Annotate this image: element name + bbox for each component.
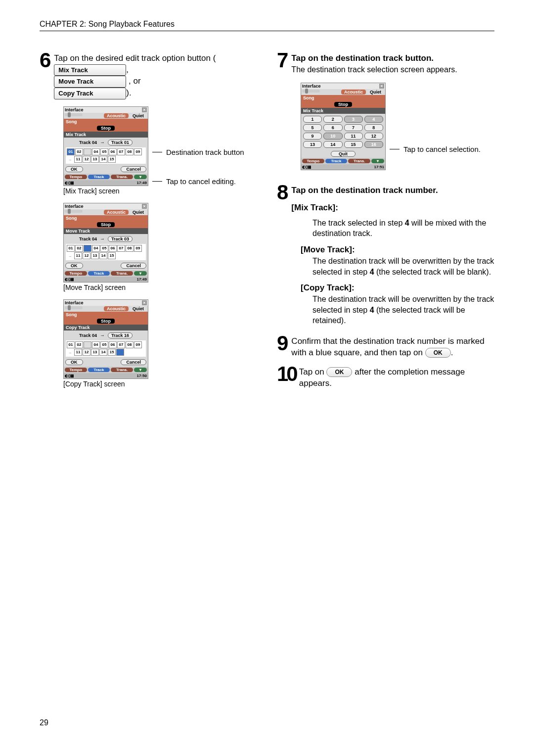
ok-button-inline[interactable]: OK [326, 367, 352, 377]
step10-text-a: Tap on [299, 367, 327, 377]
step-6-text: Tap on the desired edit track option but… [54, 51, 257, 99]
annotation-dest: Destination track button [166, 148, 244, 156]
stop-button[interactable]: Stop [97, 126, 115, 131]
status-time: 17:49 [137, 181, 147, 185]
close-icon[interactable]: × [142, 300, 147, 305]
tab-quiet[interactable]: Quiet [130, 113, 147, 118]
copy-track-heading: [Copy Track]: [301, 283, 494, 293]
step-number-10: 10 [277, 365, 296, 383]
annotation-cancel-edit: Tap to cancel editing. [166, 177, 236, 186]
destination-track-button[interactable]: Track 03 [108, 236, 133, 242]
ok-button-inline[interactable]: OK [425, 348, 451, 358]
step-10: 10 Tap on OK after the completion messag… [277, 365, 494, 389]
move-track-screen: Interface× AcousticQuiet Song Stop Move … [63, 203, 148, 283]
mix-track-screen: Interface × Acoustic Quiet Song Stop Mix… [63, 106, 148, 186]
sep2: , or [129, 77, 141, 86]
track-number-grid: 0102040506070809_ 1112131415 [66, 147, 146, 164]
copy-track-button[interactable]: Copy Track [54, 88, 126, 99]
move-track-heading: [Move Track]: [301, 245, 494, 255]
cancel-button[interactable]: Cancel [121, 166, 146, 172]
mix-caption: [Mix Track] screen [63, 187, 257, 195]
step-7: 7 Tap on the destination track button. T… [277, 51, 494, 76]
step-number-9: 9 [277, 334, 288, 353]
destination-select-screen: Interface× AcousticQuiet Song Stop Mix T… [301, 83, 386, 170]
step-8: 8 Tap on the destination track number. [… [277, 183, 494, 214]
trans-button[interactable]: Trans. [111, 175, 133, 179]
right-column: 7 Tap on the destination track button. T… [277, 51, 494, 396]
mix-track-heading: [Mix Track]: [291, 202, 494, 214]
copy-track-screen: Interface× AcousticQuiet Song Stop Copy … [63, 299, 148, 379]
copy-caption: [Copy Track] screen [63, 380, 257, 388]
mix-track-para: The track selected in step 4 will be mix… [312, 218, 494, 239]
step6-text-a: Tap on the desired edit track option but… [54, 53, 216, 63]
step-number-7: 7 [277, 51, 288, 70]
tab-acoustic[interactable]: Acoustic [104, 113, 129, 118]
destination-track-button[interactable]: Track 01 [108, 140, 133, 145]
left-column: 6 Tap on the desired edit track option b… [40, 51, 257, 396]
song-row: Song [64, 119, 148, 125]
step7-text: Tap on the destination track button. [291, 53, 434, 63]
sep1: , [126, 65, 129, 74]
close-icon[interactable]: × [379, 84, 384, 89]
mini-slider[interactable] [65, 113, 83, 116]
page-number: 29 [40, 718, 48, 727]
sep3: ). [126, 88, 131, 97]
step9-text-b: . [451, 348, 453, 357]
track-button[interactable]: Track [88, 175, 110, 179]
mix-track-button[interactable]: Mix Track [54, 64, 126, 76]
step-6: 6 Tap on the desired edit track option b… [40, 51, 257, 99]
close-icon[interactable]: × [142, 204, 147, 209]
annotation-cancel-sel: Tap to cancel selection. [403, 145, 481, 153]
step7-sub: The destination track selection screen a… [291, 65, 457, 74]
move-track-button[interactable]: Move Track [54, 76, 126, 88]
source-track: Track 04 [79, 140, 97, 145]
destination-track-button[interactable]: Track 16 [108, 332, 133, 338]
step9-text-a: Confirm that the destination track numbe… [291, 336, 484, 357]
tempo-button[interactable]: Tempo [65, 175, 87, 179]
copy-track-para: The destination track will be overwritte… [312, 294, 494, 326]
move-caption: [Move Track] screen [63, 284, 257, 291]
section-label: Mix Track [64, 132, 148, 138]
quit-button[interactable]: Quit [331, 151, 356, 157]
mini-title: Interface [65, 107, 84, 112]
step8-text: Tap on the destination track number. [291, 186, 438, 195]
step-number-6: 6 [40, 51, 51, 70]
ok-button[interactable]: OK [65, 166, 83, 172]
step-number-8: 8 [277, 183, 288, 202]
close-icon[interactable]: × [142, 107, 147, 112]
destination-grid: 1234 5678 9101112 13141516 [301, 114, 385, 150]
step-9: 9 Confirm that the destination track num… [277, 334, 494, 359]
chapter-header: CHAPTER 2: Song Playback Features [40, 20, 494, 31]
move-track-para: The destination track will be overwritte… [312, 256, 494, 277]
menu-icon[interactable]: ▾ [134, 175, 147, 179]
arrow-icon: → [100, 140, 105, 145]
